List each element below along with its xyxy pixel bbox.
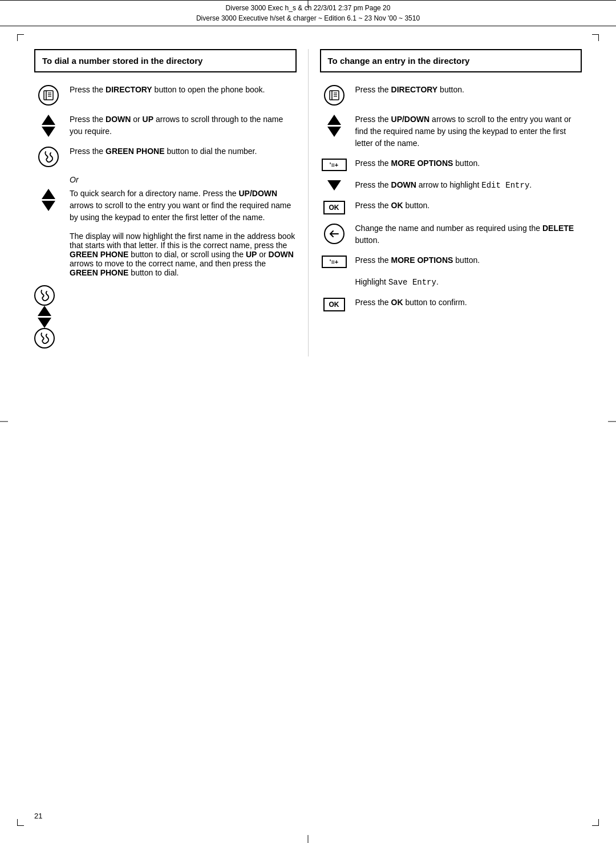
right-step-7-icon-col: '≡+ [320,254,348,268]
right-step-6-text: Change the name and number as required u… [355,222,582,246]
corner-mark-tl [17,34,24,41]
left-step-1-text: Press the DIRECTORY button to open the p… [70,84,297,96]
page-number: 21 [34,812,42,820]
left-final-row [34,285,297,348]
green-phone-icon-3 [34,328,55,348]
center-mark-top [308,0,309,8]
left-step-2: Press the DOWN or UP arrows to scroll th… [34,114,297,137]
corner-mark-br [592,819,599,826]
corner-mark-tr [592,34,599,41]
main-content: To dial a number stored in the directory [0,26,616,391]
right-step-9-icon-col: OK [320,297,348,311]
right-column: To change an entry in the directory [309,49,582,356]
right-step-5-icon-col: OK [320,200,348,214]
header-line2: Diverse 3000 Executive h/set & charger ~… [34,13,582,23]
right-step-7-text: Press the MORE OPTIONS button. [355,254,582,266]
left-step-3: Press the GREEN PHONE button to dial the… [34,145,297,167]
phone-svg [42,151,55,163]
svg-rect-5 [330,91,339,100]
right-step-5: OK Press the OK button. [320,200,582,214]
phone-svg-2 [38,289,51,302]
directory-svg [43,90,54,101]
right-step-4-text: Press the DOWN arrow to highlight Edit E… [355,179,582,192]
left-display-icon-spacer [34,232,63,277]
arrow-up-icon-3 [38,306,51,316]
ok-icon-2: OK [323,298,345,311]
right-step-3: '≡+ Press the MORE OPTIONS button. [320,157,582,171]
directory-svg-r [329,90,340,101]
right-step-6: Change the name and number as required u… [320,222,582,246]
directory-icon [38,85,59,106]
or-divider: Or [70,175,297,184]
right-step-8-text: Highlight Save Entry. [355,276,582,289]
right-step-2: Press the UP/DOWN arrows to scroll to th… [320,114,582,149]
left-step-2-icon-col [34,114,63,137]
right-step-1: Press the DIRECTORY button. [320,84,582,106]
right-step-4: Press the DOWN arrow to highlight Edit E… [320,179,582,192]
right-step-9: OK Press the OK button to confirm. [320,297,582,311]
left-final-icons [34,285,55,348]
corner-mark-bl [17,819,24,826]
right-step-3-text: Press the MORE OPTIONS button. [355,157,582,169]
delete-svg [328,228,341,240]
left-display-row: The display will now highlight the first… [34,232,297,277]
right-step-2-text: Press the UP/DOWN arrows to scroll to th… [355,114,582,149]
center-mark-left [0,421,8,422]
right-step-9-text: Press the OK button to confirm. [355,297,582,309]
center-mark-bottom [308,835,309,843]
right-step-5-text: Press the OK button. [355,200,582,212]
arrow-down-icon-2 [42,201,55,211]
arrows-pair-icon-2 [42,189,55,211]
left-continue-text: To quick search for a directory name. Pr… [70,188,297,224]
right-step-2-icon-col [320,114,348,137]
arrows-pair-icon [42,115,55,137]
page-wrapper: Diverse 3000 Exec h_s & ch 22/3/01 2:37 … [0,0,616,843]
left-step-3-text: Press the GREEN PHONE button to dial the… [70,145,297,157]
right-step-1-icon-col [320,84,348,106]
left-step-3-icon-col [34,145,63,167]
right-section-header: To change an entry in the directory [320,49,582,72]
svg-rect-0 [44,91,53,100]
right-step-4-icon-col [320,179,348,191]
arrow-down-solo-icon [327,180,341,191]
arrow-up-icon-2 [42,189,55,199]
left-display-text: The display will now highlight the first… [70,232,297,277]
right-step-1-text: Press the DIRECTORY button. [355,84,582,96]
arrow-down-icon-r [327,127,341,137]
left-section-header: To dial a number stored in the directory [34,49,297,72]
more-options-icon-2: '≡+ [322,256,347,268]
right-step-3-icon-col: '≡+ [320,157,348,171]
arrow-up-icon-r [327,115,341,125]
phone-svg-3 [38,332,51,345]
green-phone-icon [38,147,59,167]
left-step-2-text: Press the DOWN or UP arrows to scroll th… [70,114,297,137]
left-step-1-icon-col [34,84,63,106]
delete-icon [324,224,345,244]
more-options-icon: '≡+ [322,159,347,171]
left-continue-icon-col [34,188,63,211]
arrows-pair-r [327,115,341,137]
center-mark-right [608,421,616,422]
left-column: To dial a number stored in the directory [34,49,309,356]
left-continue-row: To quick search for a directory name. Pr… [34,188,297,224]
left-step-1: Press the DIRECTORY button to open the p… [34,84,297,106]
green-phone-icon-2 [34,285,55,306]
arrow-down-icon [42,127,55,137]
right-step-6-icon-col [320,222,348,244]
arrow-down-icon-3 [38,318,51,328]
arrow-up-icon [42,115,55,125]
right-step-8: Highlight Save Entry. [320,276,582,289]
ok-icon: OK [323,201,345,214]
right-step-8-icon-col [320,276,348,277]
arrows-pair-icon-3 [34,306,55,328]
right-step-7: '≡+ Press the MORE OPTIONS button. [320,254,582,268]
directory-icon-r [324,85,345,106]
